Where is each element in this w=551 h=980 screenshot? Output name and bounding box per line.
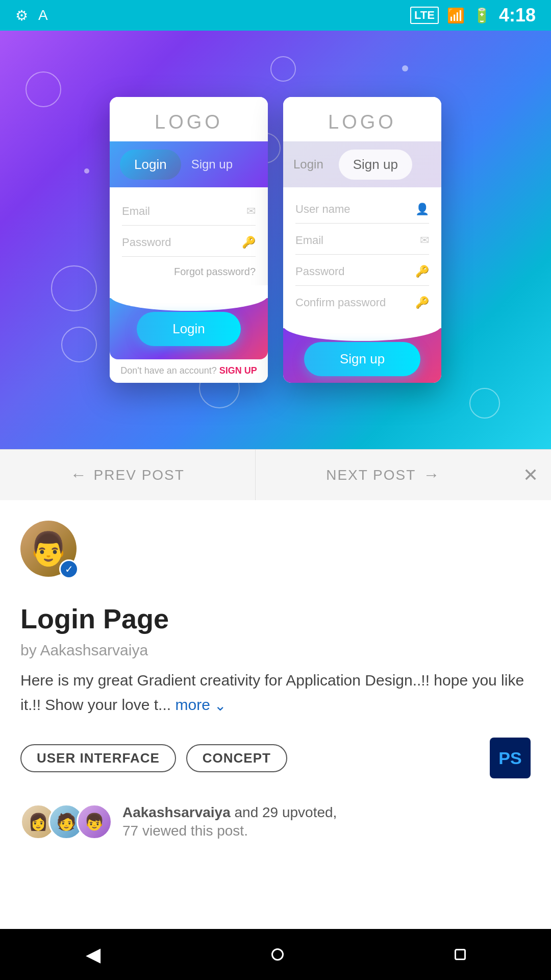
- username-field[interactable]: User name 👤: [295, 195, 429, 224]
- bottom-navigation: ◀: [0, 929, 551, 980]
- signup-card: LOGO Login Sign up User name 👤 Email ✉ P…: [283, 97, 441, 383]
- email-icon-left: ✉: [246, 205, 256, 218]
- next-post-button[interactable]: NEXT POST →: [256, 450, 511, 500]
- avatar-wrapper: 👨 ✓: [20, 521, 82, 582]
- login-tab-right[interactable]: Login: [293, 157, 323, 172]
- tags-row: USER INTERFACE CONCEPT PS: [20, 738, 531, 778]
- ps-label: PS: [498, 748, 521, 768]
- left-logo-area: LOGO: [110, 97, 268, 141]
- status-right-info: LTE 📶 🔋 4:18: [410, 5, 536, 26]
- password-icon-left: 🔑: [242, 236, 256, 249]
- upvote-names: Aakashsarvaiya and 29 upvoted,: [122, 804, 337, 820]
- next-arrow-icon: →: [423, 465, 439, 484]
- signup-tab-right-active[interactable]: Sign up: [339, 150, 412, 180]
- login-card: LOGO Login Sign up Email ✉ Password 🔑 Fo…: [110, 97, 268, 383]
- post-navigation: ← PREV POST NEXT POST → ✕: [0, 449, 551, 500]
- password-label-left: Password: [122, 236, 242, 249]
- home-nav-button[interactable]: [271, 948, 284, 961]
- wave-top-right: [283, 315, 441, 341]
- author-row: 👨 ✓: [20, 521, 531, 582]
- confirm-password-field[interactable]: Confirm password 🔑: [295, 289, 429, 317]
- confirm-password-label: Confirm password: [295, 296, 415, 309]
- left-card-bottom: Login: [110, 298, 268, 359]
- left-form-area: Email ✉ Password 🔑 Forgot password?: [110, 187, 268, 298]
- deco-circle-7: [469, 388, 500, 419]
- deco-circle-1: [26, 71, 61, 107]
- post-content: 👨 ✓ Login Page by Aakashsarvaiya Here is…: [0, 500, 551, 855]
- password-label-right: Password: [295, 265, 415, 278]
- left-logo: LOGO: [155, 111, 223, 133]
- hero-section: LOGO Login Sign up Email ✉ Password 🔑 Fo…: [0, 31, 551, 449]
- dont-have-account: Don't have an account? SIGN UP: [110, 359, 268, 380]
- email-label-right: Email: [295, 234, 420, 247]
- mockup-container: LOGO Login Sign up Email ✉ Password 🔑 Fo…: [110, 97, 441, 383]
- author-name: Aakashsarvaiya: [40, 642, 148, 658]
- post-author: by Aakashsarvaiya: [20, 642, 531, 659]
- close-button[interactable]: ✕: [510, 450, 551, 500]
- upvoter-avatar-3: 👦: [77, 804, 112, 840]
- login-button[interactable]: Login: [137, 312, 241, 346]
- email-field-right[interactable]: Email ✉: [295, 227, 429, 255]
- post-title: Login Page: [20, 602, 531, 635]
- lte-indicator: LTE: [410, 7, 439, 24]
- password-field-right[interactable]: Password 🔑: [295, 258, 429, 286]
- right-logo: LOGO: [328, 111, 396, 133]
- recent-nav-button[interactable]: [455, 949, 466, 960]
- left-tab-bar: Login Sign up: [110, 141, 268, 187]
- right-tab-bar: Login Sign up: [283, 141, 441, 187]
- username-label: User name: [295, 203, 415, 216]
- upvoter-avatars: 👩 🧑 👦: [20, 804, 112, 840]
- password-icon-right: 🔑: [415, 265, 429, 278]
- username-icon: 👤: [415, 203, 429, 216]
- upvote-count: and 29 upvoted,: [235, 804, 337, 820]
- chevron-down-icon[interactable]: ⌄: [214, 697, 226, 713]
- dont-have-text: Don't have an account?: [120, 365, 217, 376]
- wave-top-left: [110, 285, 268, 311]
- password-field-left[interactable]: Password 🔑: [122, 229, 256, 257]
- status-time: 4:18: [499, 5, 536, 26]
- right-card-bottom: Sign up: [283, 328, 441, 383]
- prev-post-button[interactable]: ← PREV POST: [0, 450, 256, 500]
- description-text: Here is my great Gradient creativity for…: [20, 672, 524, 713]
- settings-icon[interactable]: ⚙: [15, 7, 28, 24]
- email-label-left: Email: [122, 205, 246, 218]
- view-count: 77 viewed this post.: [122, 823, 337, 839]
- battery-icon: 🔋: [473, 7, 491, 24]
- photoshop-icon: PS: [490, 738, 531, 778]
- signup-button[interactable]: Sign up: [304, 342, 420, 376]
- tag-user-interface[interactable]: USER INTERFACE: [20, 744, 176, 772]
- deco-circle-5: [61, 327, 97, 362]
- right-logo-area: LOGO: [283, 97, 441, 141]
- signup-tab-inactive[interactable]: Sign up: [191, 157, 233, 172]
- author-prefix: by: [20, 642, 37, 658]
- upvote-main-name: Aakashsarvaiya: [122, 804, 231, 820]
- prev-arrow-icon: ←: [70, 465, 87, 484]
- post-description: Here is my great Gradient creativity for…: [20, 668, 531, 717]
- back-nav-button[interactable]: ◀: [86, 943, 101, 966]
- upvote-info: Aakashsarvaiya and 29 upvoted, 77 viewed…: [122, 804, 337, 839]
- forgot-password[interactable]: Forgot password?: [122, 260, 256, 288]
- upvote-row: 👩 🧑 👦 Aakashsarvaiya and 29 upvoted, 77 …: [20, 804, 531, 840]
- deco-dot-2: [84, 168, 89, 174]
- read-more-link[interactable]: more: [175, 696, 210, 713]
- close-icon: ✕: [523, 464, 538, 486]
- status-left-icons: ⚙ A: [15, 7, 48, 24]
- right-form-area: User name 👤 Email ✉ Password 🔑 Confirm p…: [283, 187, 441, 328]
- status-bar: ⚙ A LTE 📶 🔋 4:18: [0, 0, 551, 31]
- signup-link[interactable]: SIGN UP: [219, 365, 257, 376]
- prev-post-label: PREV POST: [94, 467, 185, 483]
- deco-circle-2: [270, 56, 296, 82]
- email-icon-right: ✉: [420, 234, 429, 247]
- email-field-left[interactable]: Email ✉: [122, 198, 256, 226]
- deco-circle-4: [51, 265, 97, 311]
- text-icon: A: [38, 7, 48, 23]
- verified-badge: ✓: [59, 559, 79, 579]
- next-post-label: NEXT POST: [326, 467, 416, 483]
- deco-dot-1: [402, 65, 408, 71]
- tag-concept[interactable]: CONCEPT: [186, 744, 287, 772]
- login-tab-active[interactable]: Login: [120, 150, 181, 180]
- signal-icon: 📶: [447, 7, 465, 24]
- confirm-password-icon: 🔑: [415, 296, 429, 309]
